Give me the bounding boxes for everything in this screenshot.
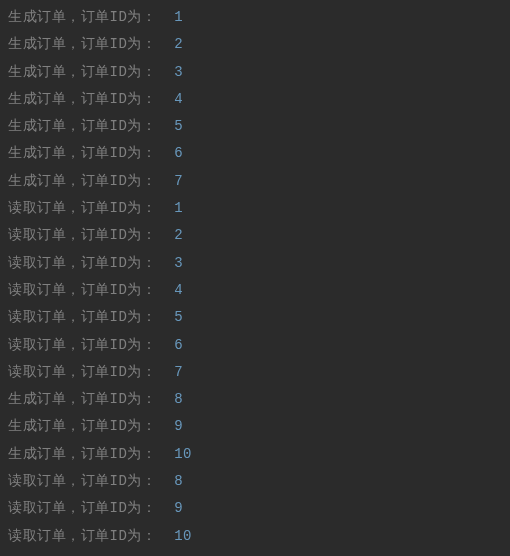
log-separator: ， bbox=[66, 391, 81, 407]
log-colon: ： bbox=[142, 309, 174, 325]
log-colon: ： bbox=[142, 446, 174, 462]
log-action: 生成订单 bbox=[8, 173, 66, 189]
log-id-label: 订单ID为 bbox=[81, 528, 142, 544]
log-action: 读取订单 bbox=[8, 473, 66, 489]
log-separator: ， bbox=[66, 309, 81, 325]
log-colon: ： bbox=[142, 64, 174, 80]
log-id-label: 订单ID为 bbox=[81, 309, 142, 325]
log-action: 读取订单 bbox=[8, 337, 66, 353]
log-colon: ： bbox=[142, 118, 174, 134]
log-line: 读取订单，订单ID为： 10 bbox=[8, 523, 502, 550]
log-id-label: 订单ID为 bbox=[81, 473, 142, 489]
log-separator: ， bbox=[66, 364, 81, 380]
log-colon: ： bbox=[142, 500, 174, 516]
log-colon: ： bbox=[142, 418, 174, 434]
log-line: 生成订单，订单ID为： 7 bbox=[8, 168, 502, 195]
log-separator: ， bbox=[66, 528, 81, 544]
log-line: 生成订单，订单ID为： 3 bbox=[8, 59, 502, 86]
log-action: 生成订单 bbox=[8, 418, 66, 434]
log-id-label: 订单ID为 bbox=[81, 173, 142, 189]
log-colon: ： bbox=[142, 391, 174, 407]
log-id-value: 8 bbox=[174, 473, 183, 489]
log-id-value: 1 bbox=[174, 9, 183, 25]
log-action: 读取订单 bbox=[8, 309, 66, 325]
log-action: 生成订单 bbox=[8, 36, 66, 52]
log-action: 生成订单 bbox=[8, 91, 66, 107]
log-line: 读取订单，订单ID为： 2 bbox=[8, 222, 502, 249]
log-colon: ： bbox=[142, 9, 174, 25]
log-id-label: 订单ID为 bbox=[81, 391, 142, 407]
log-line: 读取订单，订单ID为： 7 bbox=[8, 359, 502, 386]
log-line: 读取订单，订单ID为： 6 bbox=[8, 332, 502, 359]
log-colon: ： bbox=[142, 337, 174, 353]
log-line: 生成订单，订单ID为： 6 bbox=[8, 140, 502, 167]
log-id-value: 5 bbox=[174, 309, 183, 325]
log-action: 读取订单 bbox=[8, 227, 66, 243]
log-id-label: 订单ID为 bbox=[81, 337, 142, 353]
log-id-value: 4 bbox=[174, 282, 183, 298]
log-line: 读取订单，订单ID为： 8 bbox=[8, 468, 502, 495]
log-line: 读取订单，订单ID为： 5 bbox=[8, 304, 502, 331]
log-separator: ， bbox=[66, 9, 81, 25]
log-id-label: 订单ID为 bbox=[81, 36, 142, 52]
log-separator: ， bbox=[66, 36, 81, 52]
log-id-value: 6 bbox=[174, 145, 183, 161]
log-id-label: 订单ID为 bbox=[81, 145, 142, 161]
log-id-label: 订单ID为 bbox=[81, 200, 142, 216]
log-colon: ： bbox=[142, 200, 174, 216]
log-id-value: 6 bbox=[174, 337, 183, 353]
log-action: 读取订单 bbox=[8, 500, 66, 516]
log-id-value: 10 bbox=[174, 528, 192, 544]
log-action: 读取订单 bbox=[8, 255, 66, 271]
log-line: 生成订单，订单ID为： 8 bbox=[8, 386, 502, 413]
log-action: 生成订单 bbox=[8, 118, 66, 134]
log-id-label: 订单ID为 bbox=[81, 227, 142, 243]
log-id-label: 订单ID为 bbox=[81, 282, 142, 298]
log-separator: ， bbox=[66, 64, 81, 80]
log-separator: ， bbox=[66, 173, 81, 189]
log-line: 生成订单，订单ID为： 2 bbox=[8, 31, 502, 58]
log-separator: ， bbox=[66, 418, 81, 434]
log-id-value: 7 bbox=[174, 173, 183, 189]
log-colon: ： bbox=[142, 227, 174, 243]
log-id-value: 9 bbox=[174, 500, 183, 516]
log-id-label: 订单ID为 bbox=[81, 364, 142, 380]
log-colon: ： bbox=[142, 528, 174, 544]
log-id-value: 1 bbox=[174, 200, 183, 216]
log-action: 生成订单 bbox=[8, 145, 66, 161]
log-action: 生成订单 bbox=[8, 391, 66, 407]
log-id-value: 9 bbox=[174, 418, 183, 434]
log-action: 读取订单 bbox=[8, 364, 66, 380]
log-id-value: 5 bbox=[174, 118, 183, 134]
log-action: 读取订单 bbox=[8, 200, 66, 216]
log-colon: ： bbox=[142, 364, 174, 380]
log-colon: ： bbox=[142, 255, 174, 271]
log-action: 生成订单 bbox=[8, 64, 66, 80]
log-action: 生成订单 bbox=[8, 9, 66, 25]
log-id-value: 10 bbox=[174, 446, 192, 462]
log-line: 生成订单，订单ID为： 9 bbox=[8, 413, 502, 440]
log-id-value: 8 bbox=[174, 391, 183, 407]
log-id-label: 订单ID为 bbox=[81, 91, 142, 107]
log-separator: ， bbox=[66, 227, 81, 243]
log-id-value: 2 bbox=[174, 36, 183, 52]
log-separator: ， bbox=[66, 282, 81, 298]
log-separator: ， bbox=[66, 118, 81, 134]
log-id-label: 订单ID为 bbox=[81, 118, 142, 134]
log-id-label: 订单ID为 bbox=[81, 64, 142, 80]
log-id-label: 订单ID为 bbox=[81, 446, 142, 462]
log-id-value: 3 bbox=[174, 64, 183, 80]
log-line: 读取订单，订单ID为： 4 bbox=[8, 277, 502, 304]
log-separator: ， bbox=[66, 500, 81, 516]
log-colon: ： bbox=[142, 173, 174, 189]
log-line: 读取订单，订单ID为： 1 bbox=[8, 195, 502, 222]
log-separator: ， bbox=[66, 473, 81, 489]
log-action: 读取订单 bbox=[8, 282, 66, 298]
log-colon: ： bbox=[142, 36, 174, 52]
log-line: 生成订单，订单ID为： 10 bbox=[8, 441, 502, 468]
log-id-label: 订单ID为 bbox=[81, 500, 142, 516]
log-separator: ， bbox=[66, 255, 81, 271]
log-id-value: 3 bbox=[174, 255, 183, 271]
log-line: 读取订单，订单ID为： 3 bbox=[8, 250, 502, 277]
log-separator: ， bbox=[66, 145, 81, 161]
